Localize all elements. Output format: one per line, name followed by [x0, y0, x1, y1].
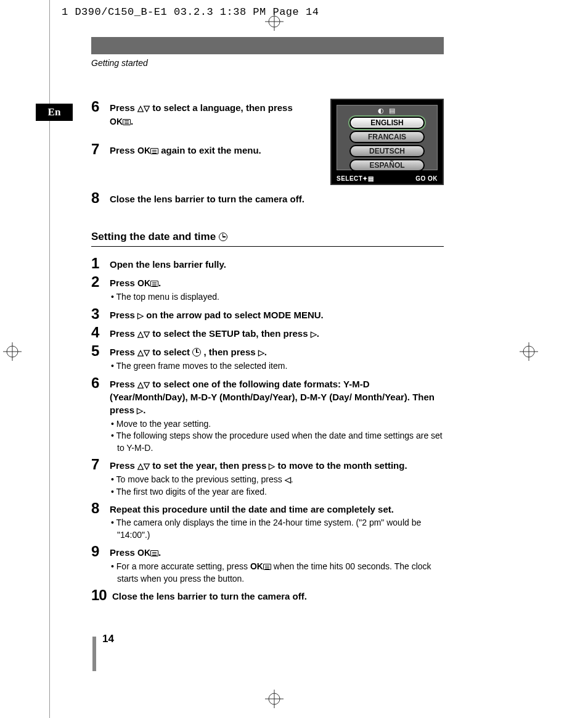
step-row: 7 Press OK again to exit the menu. [91, 141, 301, 157]
step-text: Press on the arrow pad to select MODE ME… [110, 306, 444, 322]
step-text: Repeat this procedure until the date and… [110, 500, 444, 541]
section-heading: Setting the date and time [91, 231, 216, 242]
step-row: 8 Close the lens barrier to turn the cam… [91, 190, 444, 206]
lcd-item: ENGLISH [349, 117, 425, 129]
menu-icon [263, 564, 271, 570]
menu-icon [150, 550, 158, 556]
step-text: Press to select one of the following dat… [110, 375, 444, 455]
clock-icon [192, 348, 201, 357]
step-row: 5 Press to select , then press . The gre… [91, 343, 444, 372]
ok-label: OK [110, 117, 123, 126]
section-label: Getting started [91, 58, 148, 68]
step-text: Open the lens barrier fully. [110, 255, 444, 271]
lcd-item: DEUTSCH [349, 145, 425, 157]
triangle-right-icon [137, 310, 144, 320]
step-number: 8 [91, 500, 110, 516]
step-number: 7 [91, 456, 110, 472]
step-number: 10 [91, 587, 112, 603]
triangle-up-icon [137, 461, 144, 471]
step-text: Close the lens barrier to turn the camer… [112, 587, 444, 603]
step-text: Press OK. The top menu is displayed. [110, 274, 444, 303]
step-text: Press OK. For a more accurate setting, p… [110, 543, 444, 585]
lcd-footer-left: SELECT✦▤ [337, 175, 374, 182]
step-row: 10 Close the lens barrier to turn the ca… [91, 587, 444, 603]
triangle-down-icon [144, 347, 150, 357]
ok-label: OK [137, 548, 150, 558]
triangle-up-icon [137, 347, 144, 357]
clock-icon [219, 233, 227, 241]
header-bar [91, 37, 444, 54]
registration-mark-icon [265, 690, 284, 708]
registration-mark-icon [520, 342, 538, 361]
bullet: For a more accurate setting, press OK wh… [110, 561, 444, 585]
bullet: The camera only displays the time in the… [110, 517, 444, 541]
triangle-up-icon [137, 379, 144, 389]
menu-icon [150, 148, 158, 154]
ok-label: OK [250, 561, 263, 571]
step-row: 1 Open the lens barrier fully. [91, 255, 444, 271]
step-number: 2 [91, 274, 110, 290]
step-row: 7 Press to set the year, then press to m… [91, 456, 444, 498]
step-row: 3 Press on the arrow pad to select MODE … [91, 306, 444, 322]
step-number: 8 [91, 190, 110, 206]
triangle-right-icon [137, 405, 143, 415]
triangle-down-icon [144, 329, 150, 339]
step-text: Press to select , then press . The green… [110, 343, 444, 372]
step-text: Press to set the year, then press to mov… [110, 456, 444, 498]
step-text: Press to select the SETUP tab, then pres… [110, 324, 444, 340]
step-number: 6 [91, 99, 110, 115]
triangle-right-icon [311, 329, 317, 339]
registration-mark-icon [3, 342, 22, 361]
lcd-screenshot: ◐ ▤ ENGLISH FRANCAIS DEUTSCH ESPAÑOL SEL… [330, 99, 444, 185]
bullet: The following steps show the procedure u… [110, 430, 444, 454]
triangle-up-icon [137, 329, 144, 339]
step-row: 2 Press OK. The top menu is displayed. [91, 274, 444, 303]
triangle-right-icon [269, 461, 275, 471]
step-row: 8 Repeat this procedure until the date a… [91, 500, 444, 541]
page-number: 14 [102, 633, 114, 645]
bullet: The top menu is displayed. [110, 291, 444, 303]
triangle-up-icon [137, 103, 144, 113]
step-number: 3 [91, 306, 110, 322]
language-tab: En [36, 104, 73, 121]
menu-icon [123, 119, 131, 125]
step-row: 4 Press to select the SETUP tab, then pr… [91, 324, 444, 340]
triangle-right-icon [258, 347, 264, 357]
step-row: 9 Press OK. For a more accurate setting,… [91, 543, 444, 585]
step-number: 6 [91, 375, 110, 391]
lcd-item: ESPAÑOL [349, 159, 425, 171]
step-number: 7 [91, 141, 110, 157]
step-text: Press to select a language, then press O… [110, 99, 301, 128]
bullet: To move back to the previous setting, pr… [110, 474, 444, 486]
lcd-inner: ◐ ▤ ENGLISH FRANCAIS DEUTSCH ESPAÑOL [337, 105, 438, 170]
step-row: 6 Press to select a language, then press… [91, 99, 301, 128]
lcd-top-icons: ◐ ▤ [337, 105, 437, 115]
step-text: Close the lens barrier to turn the camer… [110, 190, 444, 205]
step-number: 1 [91, 255, 110, 271]
page-number-block: 14 [92, 637, 102, 671]
section-heading-row: Setting the date and time [91, 231, 444, 247]
content-area: ◐ ▤ ENGLISH FRANCAIS DEUTSCH ESPAÑOL SEL… [91, 99, 444, 606]
step-row: 6 Press to select one of the following d… [91, 375, 444, 455]
lcd-item: FRANCAIS [349, 131, 425, 143]
step-number: 4 [91, 324, 110, 340]
bullet: The green frame moves to the selected it… [110, 360, 444, 373]
triangle-left-icon [285, 474, 291, 484]
step-text: Press OK again to exit the menu. [110, 141, 301, 157]
registration-mark-icon [265, 12, 284, 31]
triangle-down-icon [144, 379, 150, 389]
step-number: 5 [91, 343, 110, 359]
triangle-down-icon [144, 103, 150, 113]
lcd-footer-right: GO OK [415, 175, 438, 182]
bullet: Move to the year setting. [110, 418, 444, 431]
menu-icon [150, 281, 158, 287]
bullet: The first two digits of the year are fix… [110, 486, 444, 498]
ok-label: OK [137, 278, 150, 288]
ok-label: OK [137, 146, 150, 155]
lcd-footer: SELECT✦▤ GO OK [337, 175, 438, 182]
step-number: 9 [91, 543, 110, 559]
triangle-down-icon [144, 461, 150, 471]
